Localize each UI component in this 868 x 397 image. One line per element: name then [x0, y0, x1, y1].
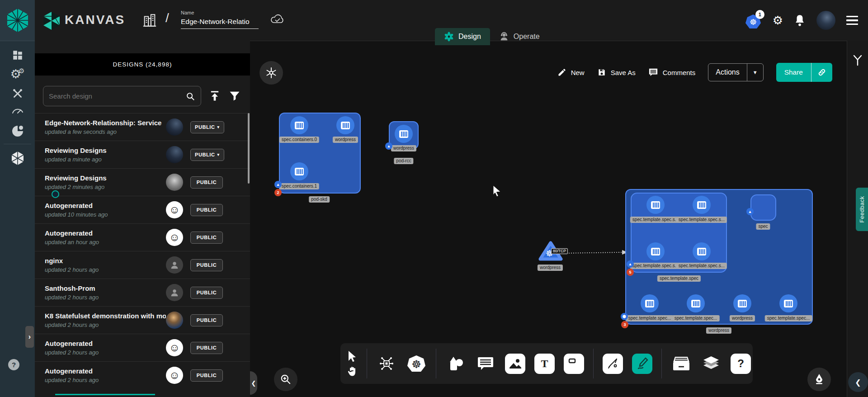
template-spec-group[interactable]	[631, 193, 727, 273]
container-node[interactable]	[693, 196, 711, 214]
save-as-button[interactable]: Save As	[597, 68, 636, 77]
select-tool[interactable]	[347, 350, 358, 362]
menu-hamburger-icon[interactable]	[846, 16, 858, 25]
lifecycle-gears-icon[interactable]: ⚙ ⚙	[0, 68, 35, 80]
kubernetes-context-button[interactable]: ☸ 1	[745, 13, 762, 28]
visibility-badge: PUBLIC	[190, 314, 223, 326]
component-tool[interactable]	[376, 353, 397, 374]
design-list-item[interactable]: Autogenerated updated 2 hours ago ☺ PUBL…	[35, 361, 250, 389]
meshery-logo[interactable]	[0, 0, 35, 41]
settings-gear-icon[interactable]: ⚙	[773, 14, 783, 26]
text-tool[interactable]: T	[534, 354, 555, 374]
container-node[interactable]	[693, 242, 711, 260]
container-node[interactable]	[641, 294, 659, 312]
node-label: spec.template.spec.s...	[630, 263, 681, 269]
share-button[interactable]: Share	[776, 63, 811, 82]
design-list-item[interactable]: Santhosh-Prom updated 2 hours ago PUBLIC	[35, 279, 250, 306]
filter-icon[interactable]	[228, 90, 241, 102]
visibility-badge[interactable]: PUBLIC▾	[190, 121, 224, 133]
tab-operate[interactable]: Operate	[490, 28, 549, 45]
node-label: spec.containers.1	[279, 183, 319, 189]
deployment-error-badge[interactable]: 3	[621, 321, 628, 328]
design-list-item[interactable]: Reviewing Designs updated 2 minutes ago …	[35, 168, 250, 196]
collapse-right-chevron[interactable]: ❮	[848, 372, 868, 392]
zoom-button[interactable]	[274, 368, 297, 391]
container-node[interactable]	[395, 125, 413, 143]
actions-dropdown-caret[interactable]: ▼	[747, 64, 763, 81]
pen-tool[interactable]	[603, 354, 623, 374]
configuration-tools-icon[interactable]	[0, 88, 35, 99]
node-label: wordpress	[538, 265, 563, 271]
drawer-tool[interactable]	[671, 353, 692, 374]
note-tool[interactable]	[564, 354, 584, 374]
node-label: spec.template.spec...	[626, 315, 674, 321]
designs-panel: DESIGNS (24,898) Edge-Network-Relationsh…	[35, 41, 250, 397]
copy-link-button[interactable]	[811, 63, 832, 82]
tab-design[interactable]: Design	[435, 28, 490, 45]
user-avatar[interactable]	[816, 11, 835, 30]
pod-info-badge[interactable]: ▴	[385, 142, 392, 150]
upload-design-icon[interactable]	[208, 90, 221, 102]
kubernetes-tool[interactable]: ☸	[406, 353, 427, 374]
left-nav-rail: ⚙ ⚙	[0, 41, 35, 397]
spec-node[interactable]	[750, 194, 776, 221]
performance-gauge-icon[interactable]	[0, 106, 35, 115]
image-tool[interactable]	[505, 354, 525, 374]
comment-tool[interactable]	[475, 353, 496, 374]
notifications-bell-icon[interactable]	[794, 14, 806, 27]
design-list-item[interactable]: Reviewing Designs updated a minute ago P…	[35, 141, 250, 168]
expand-sidebar-handle[interactable]: ›	[25, 326, 34, 348]
search-icon[interactable]	[185, 91, 195, 101]
container-node[interactable]	[336, 116, 354, 134]
design-list-item[interactable]: Autogenerated updated an hour ago ☺ PUBL…	[35, 223, 250, 251]
new-button[interactable]: New	[557, 68, 585, 77]
container-node[interactable]	[779, 294, 797, 312]
dashboard-icon[interactable]	[0, 49, 35, 61]
container-node[interactable]	[646, 196, 665, 214]
freehand-draw-tool[interactable]	[632, 354, 652, 374]
container-node[interactable]	[646, 242, 665, 260]
pod-group-info-badge[interactable]: ▴	[274, 181, 282, 188]
visibility-badge[interactable]: PUBLIC▾	[190, 149, 224, 161]
edge-service-to-deployment[interactable]	[561, 246, 629, 259]
container-node[interactable]	[687, 294, 705, 312]
pan-tool[interactable]	[347, 366, 358, 377]
dock-divider	[367, 349, 367, 378]
node-label: wordpress	[333, 137, 358, 143]
help-tool[interactable]: ?	[731, 354, 751, 374]
extensions-icon[interactable]	[0, 125, 35, 137]
container-node[interactable]	[290, 116, 308, 134]
design-canvas[interactable]: New Save As Comments	[250, 41, 847, 397]
template-group-info-badge[interactable]: ▴	[627, 260, 634, 268]
design-list-item[interactable]: Autogenerated updated 2 hours ago ☺ PUBL…	[35, 334, 250, 361]
merge-branch-icon[interactable]	[852, 54, 863, 66]
canvas-toolbar: New Save As Comments	[557, 63, 832, 82]
deployment-info-badge[interactable]: ⬢	[621, 313, 628, 320]
spec-info-badge[interactable]: ▴	[746, 208, 754, 215]
snowflake-quick-button[interactable]	[259, 61, 283, 85]
kanvas-logo-icon	[42, 11, 61, 30]
feedback-tab[interactable]: Feedback	[856, 188, 868, 231]
container-node[interactable]	[290, 162, 308, 180]
layers-tool[interactable]	[701, 353, 722, 374]
pen-mode-button[interactable]	[807, 368, 831, 391]
container-node[interactable]	[733, 294, 751, 312]
brand-name: KANVAS	[65, 13, 125, 27]
template-group-error-badge[interactable]: 5	[627, 269, 634, 276]
organization-icon[interactable]	[142, 13, 157, 28]
design-search-input[interactable]	[49, 92, 185, 100]
kanvas-hexagon-icon[interactable]	[0, 151, 35, 165]
design-list-item[interactable]: nginx updated 2 hours ago PUBLIC	[35, 251, 250, 279]
design-list-item[interactable]: Autogenerated updated 10 minutes ago ☺ P…	[35, 196, 250, 223]
collapse-panel-tab[interactable]: ❮	[250, 371, 257, 395]
pod-group-error-badge[interactable]: 2	[274, 189, 282, 196]
list-scrollbar[interactable]	[248, 113, 250, 184]
design-list-item[interactable]: Edge-Network-Relationship: Service updat…	[35, 113, 250, 141]
comments-button[interactable]: Comments	[648, 68, 696, 77]
design-search[interactable]	[43, 86, 201, 106]
shapes-tool[interactable]	[445, 353, 466, 374]
help-icon[interactable]: ?	[8, 359, 19, 370]
actions-button[interactable]: Actions	[708, 64, 746, 81]
design-list-item[interactable]: K8 Statefulset demonstration with mo upd…	[35, 306, 250, 334]
design-name-input[interactable]	[181, 17, 259, 29]
